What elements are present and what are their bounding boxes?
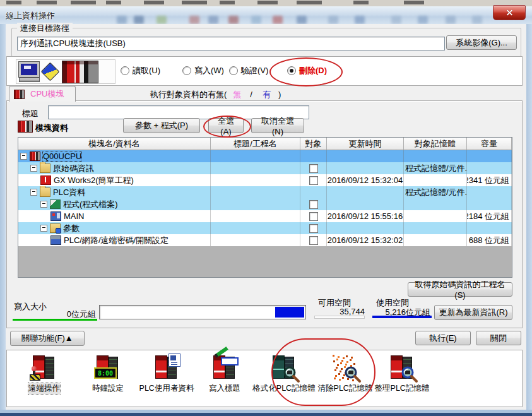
table-row[interactable]: PLC/網路/遠端密碼/開關設定2016/09/12 15:32:02688 位… <box>18 234 512 246</box>
table-row[interactable]: Q00UCPU <box>18 150 512 162</box>
target-checkbox[interactable] <box>309 164 318 173</box>
refresh-info-button[interactable]: 更新為最新資訊(R) <box>434 305 512 320</box>
cell-target <box>300 150 327 162</box>
close-dialog-button[interactable]: 關閉 <box>476 331 521 345</box>
background-app-menubar <box>0 0 532 6</box>
row-name-label: PLC/網路/遠端密碼/開關設定 <box>64 235 168 246</box>
radio-read[interactable]: 讀取(U) <box>121 65 160 76</box>
title-field-label: 標題 <box>22 108 38 119</box>
row-name-label: Q00UCPU <box>43 152 81 161</box>
toolbar-item-arrange-plc-memory[interactable]: 整理PLC記憶體 <box>368 352 436 405</box>
target-checkbox[interactable] <box>309 224 318 233</box>
radio-verify[interactable]: 驗證(V) <box>229 65 268 76</box>
target-checkbox[interactable] <box>309 200 318 209</box>
connection-path-field[interactable]: 序列通訊CPU模塊連接(USB) <box>17 37 445 51</box>
radio-delete[interactable]: 刪除(D) <box>287 65 327 76</box>
table-row[interactable]: MAIN2016/09/12 15:55:162184 位元組 <box>18 210 512 222</box>
cell-capacity <box>467 150 512 162</box>
folder-icon <box>40 187 50 197</box>
tree-expander[interactable] <box>40 201 47 208</box>
mode-panel: 讀取(U)寫入(W)驗證(V)刪除(D) <box>6 56 523 86</box>
target-checkbox[interactable] <box>309 176 318 185</box>
cell-name: PLC/網路/遠端密碼/開關設定 <box>18 234 211 246</box>
cell-update-time <box>327 186 404 198</box>
column-header[interactable]: 標題/工程名 <box>211 138 300 150</box>
table-row[interactable]: 參數 <box>18 222 512 234</box>
background-menu-smudge <box>353 1 369 4</box>
background-toolbar-smudge <box>228 16 239 24</box>
table-row[interactable]: PLC資料程式記憶體/元件... <box>18 186 512 198</box>
column-header[interactable]: 對象 <box>300 138 327 150</box>
magnifier-icon <box>400 365 419 384</box>
dialog-titlebar[interactable]: 線上資料操作 <box>0 6 532 25</box>
toolbar-item-write-title[interactable]: 寫入標題 <box>191 352 259 405</box>
radio-delete-label: 刪除(D) <box>299 65 327 76</box>
cell-capacity: 2184 位元組 <box>467 210 512 222</box>
tree-expander[interactable] <box>30 189 37 196</box>
system-image-button[interactable]: 系統影像(G)... <box>446 35 517 50</box>
tab-cpu-module[interactable]: CPU模塊 <box>9 86 76 102</box>
clock-setting-icon: 8:00 <box>93 353 122 382</box>
exec-target-none: 無 <box>233 90 241 99</box>
cell-update-time <box>327 150 404 162</box>
radio-verify-label: 驗證(V) <box>241 65 268 76</box>
toolbar-item-remote-operation[interactable]: 遠端操作 <box>10 352 78 405</box>
tree-expander[interactable] <box>20 153 27 160</box>
column-header[interactable]: 更新時間 <box>327 138 404 150</box>
cell-target <box>300 210 327 222</box>
cell-update-time: 2016/09/12 15:32:02 <box>327 234 404 246</box>
toolbar-item-label: 遠端操作 <box>28 383 60 394</box>
deselect-all-button[interactable]: 取消全選(N) <box>251 118 304 133</box>
toolbar-item-format-plc-memory[interactable]: 格式化PLC記憶體 <box>250 352 318 405</box>
target-checkbox[interactable] <box>309 236 318 245</box>
close-button[interactable] <box>493 5 526 20</box>
radio-read-label: 讀取(U) <box>133 65 160 76</box>
related-functions-button[interactable]: 關聯功能(F)▲ <box>10 331 85 346</box>
exec-target-has: 有 <box>263 90 271 99</box>
cell-title <box>211 234 300 246</box>
radio-write[interactable]: 寫入(W) <box>182 65 224 76</box>
background-menu-smudge <box>257 1 278 4</box>
cell-capacity: 688 位元組 <box>467 234 512 246</box>
window-border-bottom-dark <box>0 413 532 416</box>
magnifier-icon <box>343 365 362 384</box>
cell-update-time <box>327 222 404 234</box>
table-row[interactable]: 程式(程式檔案) <box>18 198 512 210</box>
select-all-button[interactable]: 全選(A) <box>208 118 244 133</box>
column-header[interactable]: 模塊名/資料名 <box>18 138 211 150</box>
module-data-label: 模塊資料 <box>35 122 68 134</box>
toolbar-item-clock-setting[interactable]: 8:00時鐘設定 <box>74 352 142 405</box>
table-row[interactable]: GX Works2(簡單工程)2016/09/12 15:32:042341 位… <box>18 174 512 186</box>
free-space-value: 35,744 <box>314 307 365 316</box>
cell-capacity <box>467 198 512 210</box>
folder-icon <box>40 163 50 173</box>
write-size-label: 寫入大小 <box>14 301 47 312</box>
param-file-icon <box>50 235 61 245</box>
cell-title <box>211 210 300 222</box>
radio-read-circle <box>121 66 129 75</box>
cell-target-memory <box>404 210 467 222</box>
column-header[interactable]: 對象記憶體 <box>404 138 467 150</box>
clock-display: 8:00 <box>98 370 113 377</box>
background-menu-smudge <box>182 1 207 4</box>
toolbar-item-label: 寫入標題 <box>209 383 240 394</box>
param-program-button[interactable]: 參數 + 程式(P) <box>123 118 200 133</box>
progressbar-fill <box>275 307 304 318</box>
execute-button[interactable]: 執行(E) <box>415 331 471 345</box>
background-menu-smudge <box>71 1 96 4</box>
background-toolbar-smudge <box>472 16 482 24</box>
gxworks-icon <box>40 175 51 185</box>
tree-expander[interactable] <box>40 225 47 232</box>
cell-update-time <box>327 162 404 174</box>
cell-target-memory <box>404 198 467 210</box>
tree-expander[interactable] <box>30 165 37 172</box>
get-project-name-button[interactable]: 取得原始碼資訊的工程名(S) <box>408 282 512 297</box>
cell-target <box>300 222 327 234</box>
window-border-left <box>0 24 6 410</box>
target-checkbox[interactable] <box>309 212 318 221</box>
background-toolbar-smudge <box>251 16 261 24</box>
cable-diamond-icon <box>41 62 60 81</box>
table-row[interactable]: 原始碼資訊程式記憶體/元件... <box>18 162 512 174</box>
plc-user-data-icon <box>152 353 181 382</box>
column-header[interactable]: 容量 <box>467 138 512 150</box>
